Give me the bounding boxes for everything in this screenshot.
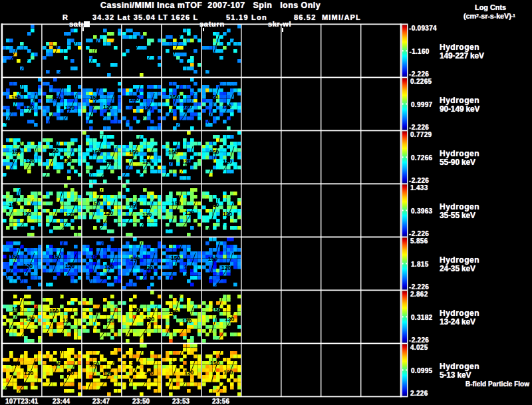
svg-text:150: 150 [11, 94, 21, 101]
svg-text:120: 120 [104, 209, 113, 216]
svg-text:120: 120 [221, 265, 231, 271]
svg-text:120: 120 [63, 157, 72, 164]
svg-text:120: 120 [105, 317, 114, 324]
svg-text:120: 120 [25, 158, 35, 164]
svg-text:120: 120 [182, 158, 191, 165]
svg-text:120: 120 [223, 369, 233, 376]
svg-text:120: 120 [105, 158, 114, 165]
svg-text:150: 150 [172, 200, 181, 207]
svg-text:150: 150 [11, 360, 20, 367]
svg-text:120: 120 [183, 103, 192, 110]
svg-text:150: 150 [10, 253, 19, 260]
svg-text:150: 150 [131, 360, 140, 367]
svg-text:150: 150 [51, 360, 61, 367]
svg-text:120: 120 [145, 316, 154, 323]
svg-text:120: 120 [103, 370, 112, 377]
svg-text:120: 120 [144, 265, 153, 271]
svg-text:150: 150 [168, 149, 178, 156]
svg-text:150: 150 [9, 202, 18, 208]
svg-text:150: 150 [129, 202, 138, 209]
svg-text:150: 150 [211, 307, 221, 313]
svg-text:120: 120 [25, 315, 35, 322]
svg-text:120: 120 [65, 104, 74, 111]
svg-text:120: 120 [223, 158, 232, 165]
svg-text:120: 120 [65, 211, 74, 218]
svg-text:120: 120 [182, 318, 192, 325]
svg-text:150: 150 [171, 255, 180, 261]
svg-text:120: 120 [24, 370, 33, 376]
svg-text:150: 150 [52, 95, 61, 102]
svg-text:120: 120 [63, 317, 72, 324]
svg-text:150: 150 [169, 309, 178, 315]
svg-text:120: 120 [22, 211, 31, 217]
svg-text:150: 150 [49, 148, 59, 154]
svg-text:120: 120 [185, 209, 194, 216]
svg-text:120: 120 [23, 263, 33, 269]
svg-text:150: 150 [12, 148, 21, 155]
svg-text:120: 120 [184, 369, 194, 376]
svg-text:120: 120 [144, 370, 154, 376]
svg-text:120: 120 [222, 103, 231, 110]
svg-text:120: 120 [65, 263, 74, 269]
svg-text:150: 150 [209, 202, 219, 208]
svg-text:120: 120 [103, 104, 112, 110]
svg-text:150: 150 [208, 255, 217, 262]
svg-text:150: 150 [92, 308, 101, 315]
svg-text:150: 150 [90, 200, 100, 207]
svg-text:120: 120 [65, 370, 74, 376]
svg-text:150: 150 [90, 94, 99, 101]
svg-text:150: 150 [130, 96, 139, 102]
svg-text:150: 150 [49, 308, 59, 315]
svg-text:150: 150 [209, 94, 218, 100]
svg-text:120: 120 [223, 211, 232, 217]
svg-text:120: 120 [104, 263, 114, 270]
svg-text:150: 150 [12, 306, 21, 313]
svg-text:120: 120 [25, 104, 34, 110]
svg-text:150: 150 [52, 202, 61, 209]
svg-text:150: 150 [170, 94, 179, 100]
svg-text:150: 150 [132, 307, 141, 313]
svg-text:150: 150 [171, 360, 180, 366]
svg-text:150: 150 [92, 149, 101, 156]
svg-text:120: 120 [184, 264, 194, 271]
svg-text:150: 150 [129, 149, 138, 156]
svg-text:120: 120 [142, 158, 152, 165]
svg-text:150: 150 [130, 255, 140, 262]
svg-text:150: 150 [91, 254, 100, 261]
svg-text:120: 120 [225, 316, 234, 323]
svg-text:120: 120 [143, 105, 152, 112]
svg-text:150: 150 [210, 360, 219, 366]
svg-text:150: 150 [90, 361, 99, 368]
svg-text:150: 150 [52, 253, 61, 260]
svg-text:150: 150 [209, 149, 219, 156]
svg-text:120: 120 [142, 211, 152, 218]
